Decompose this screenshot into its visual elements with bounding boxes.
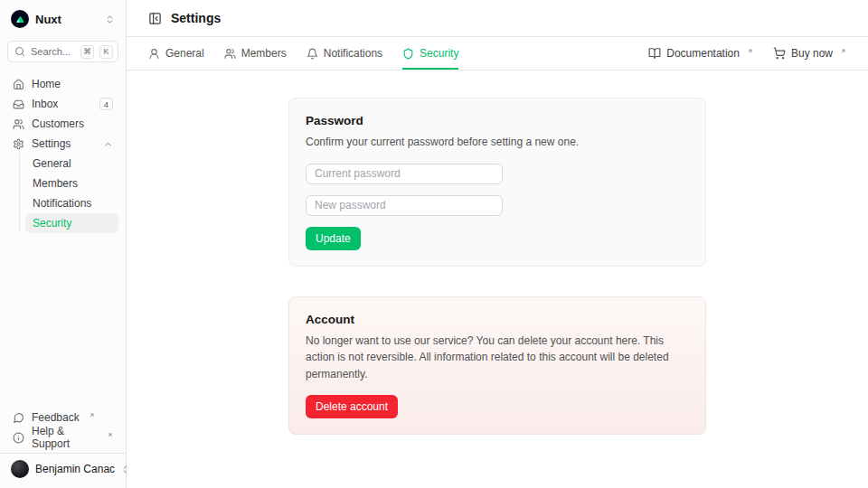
help-support-link[interactable]: Help & Support	[7, 427, 118, 447]
sidebar-item-members[interactable]: Members	[25, 174, 118, 193]
feedback-label: Feedback	[32, 411, 80, 424]
kbd-k: K	[99, 45, 113, 59]
sidebar-item-label: Home	[32, 78, 113, 90]
sidebar-item-security[interactable]: Security	[25, 213, 118, 233]
new-password-field[interactable]	[306, 195, 503, 216]
gear-icon	[13, 138, 24, 150]
sidebar-item-inbox[interactable]: Inbox 4	[7, 94, 118, 114]
chevrons-up-down-icon	[105, 14, 115, 24]
sidebar-item-label: Members	[33, 177, 111, 190]
sidebar-item-label: Settings	[32, 137, 96, 150]
kbd-cmd: ⌘	[80, 45, 94, 59]
sidebar-item-customers[interactable]: Customers	[7, 114, 118, 134]
settings-security-content: Password Confirm your current password b…	[127, 70, 868, 435]
external-link-icon	[89, 412, 95, 418]
tab-label: Notifications	[324, 47, 382, 60]
search-icon	[14, 46, 25, 57]
sidebar-item-label: Notifications	[33, 197, 111, 210]
page-header: Settings	[127, 0, 868, 37]
info-icon	[13, 432, 24, 444]
user-icon	[148, 48, 160, 60]
documentation-link[interactable]: Documentation	[648, 37, 753, 70]
sidebar-item-home[interactable]: Home	[7, 74, 118, 94]
sidebar-nav: Home Inbox 4 Customers Settings	[7, 74, 118, 408]
sidebar-footer: Feedback Help & Support Benjamin Canac	[7, 408, 118, 488]
account-card-description: No longer want to use our service? You c…	[306, 333, 689, 383]
user-name: Benjamin Canac	[35, 463, 115, 475]
user-menu[interactable]: Benjamin Canac	[7, 454, 118, 484]
update-password-button[interactable]: Update	[306, 227, 361, 250]
bell-icon	[307, 48, 318, 60]
sidebar-item-settings[interactable]: Settings	[7, 134, 118, 154]
chevron-up-icon	[103, 139, 113, 149]
tab-label: Security	[420, 47, 458, 60]
help-support-label: Help & Support	[32, 425, 98, 450]
tab-notifications[interactable]: Notifications	[307, 37, 382, 70]
sidebar-item-label: Inbox	[32, 98, 92, 110]
settings-tabbar: General Members Notifications Security	[127, 37, 868, 70]
buy-now-label: Buy now	[791, 47, 833, 60]
tab-members[interactable]: Members	[224, 37, 287, 70]
tab-label: General	[165, 47, 204, 60]
search-placeholder: Search...	[31, 46, 75, 57]
password-card-description: Confirm your current password before set…	[306, 134, 689, 151]
external-link-icon	[107, 432, 113, 438]
password-card: Password Confirm your current password b…	[288, 98, 706, 267]
main-panel: Settings General Members Notifications S…	[127, 0, 868, 488]
team-switcher[interactable]: Nuxt	[7, 7, 118, 31]
shield-icon	[402, 48, 414, 60]
sidebar-item-label: General	[33, 157, 111, 170]
users-icon	[224, 48, 236, 60]
buy-now-link[interactable]: Buy now	[773, 37, 846, 70]
tab-label: Members	[241, 47, 287, 60]
page-title: Settings	[171, 11, 221, 25]
sidebar-item-label: Customers	[32, 117, 113, 130]
sidebar: Nuxt Search... ⌘ K Home Inbox 4	[0, 0, 127, 488]
documentation-label: Documentation	[666, 47, 740, 60]
cart-icon	[773, 47, 786, 60]
tab-security[interactable]: Security	[402, 37, 458, 70]
chat-bubble-icon	[13, 412, 24, 424]
tabbar-spacer	[478, 37, 628, 70]
collapse-sidebar-icon[interactable]	[148, 12, 162, 25]
inbox-icon	[13, 99, 24, 110]
book-icon	[648, 47, 661, 60]
sidebar-item-notifications[interactable]: Notifications	[25, 193, 118, 213]
inbox-count-badge: 4	[99, 98, 113, 110]
account-card: Account No longer want to use our servic…	[288, 296, 706, 436]
settings-subnav: General Members Notifications Security	[19, 154, 118, 233]
account-card-title: Account	[306, 313, 689, 326]
nuxt-logo-icon	[11, 10, 29, 28]
password-card-title: Password	[306, 114, 689, 127]
search-input[interactable]: Search... ⌘ K	[7, 41, 118, 62]
sidebar-item-general[interactable]: General	[25, 154, 118, 174]
delete-account-button[interactable]: Delete account	[306, 395, 398, 418]
users-icon	[13, 118, 24, 130]
tab-general[interactable]: General	[148, 37, 204, 70]
external-link-icon	[840, 48, 846, 54]
sidebar-item-label: Security	[33, 217, 111, 230]
current-password-field[interactable]	[306, 164, 503, 184]
team-name: Nuxt	[35, 13, 99, 26]
external-link-icon	[747, 48, 753, 54]
home-icon	[13, 79, 24, 90]
avatar	[11, 460, 29, 478]
